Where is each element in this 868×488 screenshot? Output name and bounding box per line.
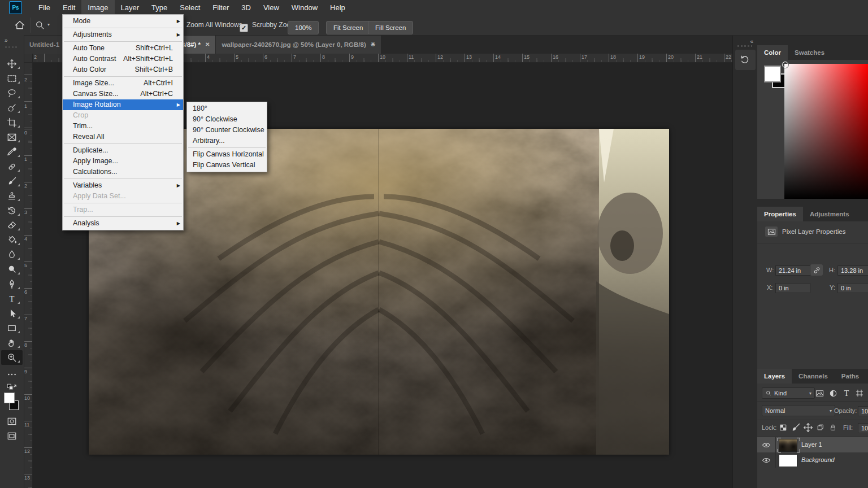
filter-shape-layers-icon[interactable]	[854, 387, 865, 399]
rectangle-tool[interactable]	[1, 321, 23, 336]
menubar-item-type[interactable]: Type	[145, 0, 173, 15]
document-tab-3[interactable]: wallpaper-2402670.jpg @ 50% (Layer 0, RG…	[216, 35, 381, 54]
spot-healing-brush-tool[interactable]	[1, 159, 23, 174]
menubar-item-window[interactable]: Window	[285, 0, 324, 15]
quick-mask-button[interactable]	[1, 414, 23, 429]
brush-tool[interactable]	[1, 174, 23, 189]
scrubby-zoom-checkbox[interactable]: ✓	[240, 24, 248, 32]
lock-transparency-icon[interactable]	[778, 422, 789, 433]
lock-paint-icon[interactable]	[790, 422, 801, 433]
lock-artboard-icon[interactable]	[815, 422, 826, 433]
frame-tool[interactable]	[1, 130, 23, 145]
zoom-100-button[interactable]: 100%	[288, 21, 319, 34]
filter-type-layers-icon[interactable]: T	[841, 387, 852, 399]
menubar-item-edit[interactable]: Edit	[57, 0, 81, 15]
zoom-tool[interactable]	[1, 350, 23, 365]
layer-filter-kind-select[interactable]: Kind ▾	[762, 387, 815, 399]
width-field[interactable]: 21.24 in	[775, 265, 810, 276]
menubar-item-file[interactable]: File	[32, 0, 57, 15]
height-field[interactable]: 13.28 in	[837, 265, 868, 276]
screen-mode-button[interactable]	[1, 429, 23, 443]
properties-tab-adjustments[interactable]: Adjustments	[803, 207, 856, 221]
eraser-tool[interactable]	[1, 218, 23, 233]
y-field[interactable]: 0 in	[837, 283, 868, 293]
color-tab-color[interactable]: Color	[757, 45, 788, 60]
color-tab-swatches[interactable]: Swatches	[788, 45, 831, 60]
menu-item-reveal-all[interactable]: Reveal All	[63, 132, 183, 142]
filter-adjustment-layers-icon[interactable]	[827, 387, 839, 399]
paint-bucket-tool[interactable]	[1, 233, 23, 247]
crop-tool[interactable]	[1, 115, 23, 130]
close-tab-icon[interactable]: ✳	[371, 41, 375, 47]
layer-thumbnail[interactable]	[779, 439, 797, 452]
submenu-item-flip-canvas-vertical[interactable]: Flip Canvas Vertical	[187, 160, 267, 171]
layer-visibility-eye-icon[interactable]	[757, 452, 776, 468]
layer-visibility-eye-icon[interactable]	[757, 437, 776, 452]
panel-grip[interactable]	[737, 45, 752, 47]
fill-field[interactable]: 100%	[858, 423, 868, 433]
submenu-item-90-counter-clockwise[interactable]: 90° Counter Clockwise	[187, 125, 267, 136]
chevron-down-icon[interactable]: ▾	[47, 22, 50, 27]
submenu-item-180[interactable]: 180°	[187, 103, 267, 114]
ruler-corner[interactable]	[24, 54, 33, 63]
layer-thumbnail[interactable]	[779, 454, 797, 467]
filter-pixel-layers-icon[interactable]	[814, 387, 825, 399]
menubar-item-view[interactable]: View	[257, 0, 285, 15]
layer-name[interactable]: Layer 1	[801, 441, 822, 448]
layers-tab-paths[interactable]: Paths	[835, 369, 866, 384]
path-selection-tool[interactable]	[1, 306, 23, 321]
foreground-color-swatch[interactable]	[4, 393, 15, 403]
opacity-field[interactable]: 100%	[858, 406, 868, 416]
x-field[interactable]: 0 in	[775, 283, 810, 293]
lock-position-icon[interactable]	[802, 422, 814, 433]
menubar-item-3d[interactable]: 3D	[235, 0, 257, 15]
vertical-ruler[interactable]: 21012345678910111213	[24, 62, 33, 488]
menubar-item-layer[interactable]: Layer	[115, 0, 146, 15]
move-tool[interactable]	[1, 56, 23, 71]
menu-item-adjustments[interactable]: Adjustments▶	[63, 29, 183, 40]
layers-tab-layers[interactable]: Layers	[757, 369, 792, 384]
link-dimensions-button[interactable]	[810, 264, 823, 276]
eyedropper-tool[interactable]	[1, 145, 23, 159]
fill-screen-button[interactable]: Fill Screen	[368, 21, 413, 34]
blur-tool[interactable]	[1, 247, 23, 262]
color-saturation-box[interactable]	[784, 64, 868, 199]
menu-item-apply-image[interactable]: Apply Image...	[63, 156, 183, 167]
menu-item-duplicate[interactable]: Duplicate...	[63, 145, 183, 156]
rectangular-marquee-tool[interactable]	[1, 71, 23, 86]
layer-row-layer-1[interactable]: Layer 1	[757, 437, 868, 452]
blend-mode-select[interactable]: Normal▾	[762, 405, 835, 416]
layer-row-background[interactable]: Background	[757, 452, 868, 468]
menu-item-image-size[interactable]: Image Size...Alt+Ctrl+I	[63, 78, 183, 89]
layers-tab-channels[interactable]: Channels	[792, 369, 835, 384]
properties-tab-properties[interactable]: Properties	[757, 207, 803, 221]
lock-all-icon[interactable]	[827, 422, 839, 433]
panel-grip[interactable]	[5, 46, 19, 48]
menu-item-auto-color[interactable]: Auto ColorShift+Ctrl+B	[63, 64, 183, 75]
zoom-all-windows-label[interactable]: Zoom All Windows	[186, 21, 242, 29]
pen-tool[interactable]	[1, 277, 23, 291]
menu-item-trim[interactable]: Trim...	[63, 121, 183, 132]
zoom-tool-icon[interactable]	[35, 20, 45, 30]
menu-item-calculations[interactable]: Calculations...	[63, 167, 183, 177]
submenu-item-90-clockwise[interactable]: 90° Clockwise	[187, 114, 267, 125]
clone-stamp-tool[interactable]	[1, 189, 23, 203]
layer-name[interactable]: Background	[801, 456, 835, 463]
foreground-color-swatch[interactable]	[764, 66, 781, 82]
submenu-item-arbitrary[interactable]: Arbitrary...	[187, 136, 267, 146]
menubar-item-select[interactable]: Select	[173, 0, 206, 15]
menu-item-canvas-size[interactable]: Canvas Size...Alt+Ctrl+C	[63, 89, 183, 99]
menu-item-mode[interactable]: Mode▶	[63, 16, 183, 27]
dodge-tool[interactable]	[1, 262, 23, 277]
menubar-item-filter[interactable]: Filter	[206, 0, 235, 15]
menu-item-image-rotation[interactable]: Image Rotation▶	[63, 99, 183, 110]
menu-item-variables[interactable]: Variables▶	[63, 180, 183, 191]
submenu-item-flip-canvas-horizontal[interactable]: Flip Canvas Horizontal	[187, 149, 267, 160]
more-tools-button[interactable]	[1, 367, 23, 382]
menu-item-analysis[interactable]: Analysis▶	[63, 218, 183, 229]
lasso-tool[interactable]	[1, 86, 23, 101]
color-picker-cursor[interactable]	[782, 62, 788, 68]
menu-item-auto-contrast[interactable]: Auto ContrastAlt+Shift+Ctrl+L	[63, 54, 183, 64]
expand-panel-icon[interactable]: »	[5, 37, 8, 43]
quick-selection-tool[interactable]	[1, 101, 23, 115]
